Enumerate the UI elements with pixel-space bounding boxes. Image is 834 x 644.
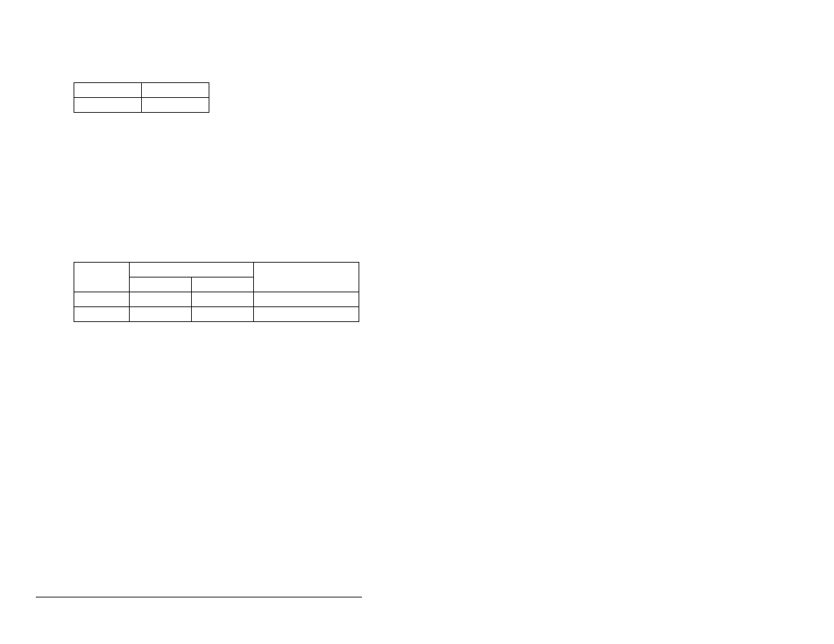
table-row xyxy=(74,292,359,307)
table-cell xyxy=(74,98,142,113)
table-cell xyxy=(254,292,359,307)
horizontal-rule xyxy=(36,597,362,597)
table-cell xyxy=(254,263,359,292)
table-cell xyxy=(130,292,192,307)
table-cell xyxy=(74,263,130,292)
table-cell xyxy=(192,292,254,307)
table-row xyxy=(74,263,359,277)
table-cell xyxy=(254,307,359,322)
table-cell xyxy=(142,98,209,113)
table-row xyxy=(74,83,209,98)
table-cell xyxy=(192,307,254,322)
table-row xyxy=(74,307,359,322)
table-cell xyxy=(142,83,209,98)
table-cell xyxy=(74,292,130,307)
table-2 xyxy=(74,262,359,322)
table-cell xyxy=(192,277,254,292)
table-cell xyxy=(130,263,254,277)
table-row xyxy=(74,98,209,113)
table-cell xyxy=(74,307,130,322)
table-cell xyxy=(130,277,192,292)
table-cell xyxy=(130,307,192,322)
table-cell xyxy=(74,83,142,98)
table-1 xyxy=(74,82,209,113)
